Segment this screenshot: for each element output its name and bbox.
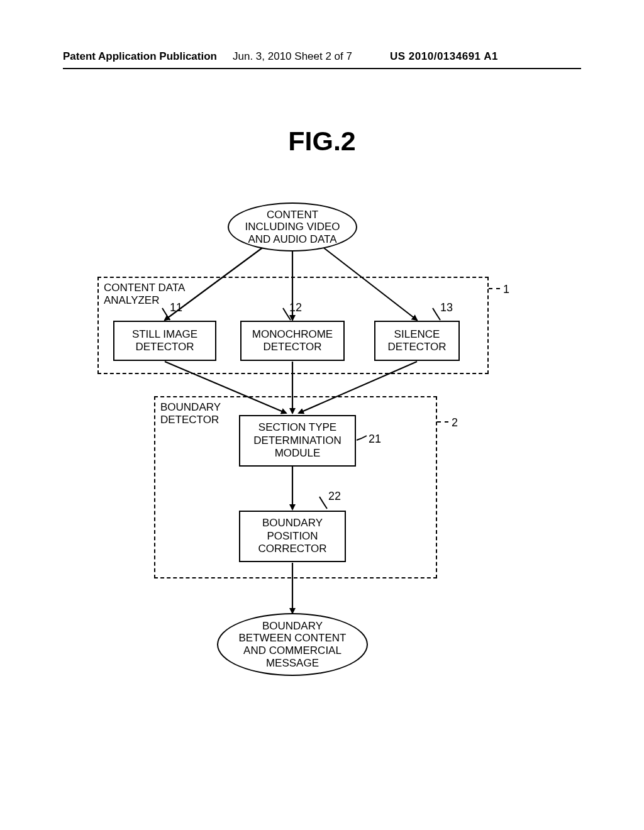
header-right: US 2010/0134691 A1 <box>390 50 498 63</box>
output-boundary-ellipse: BOUNDARY BETWEEN CONTENT AND COMMERCIAL … <box>217 613 368 676</box>
monochrome-detector-box: MONOCHROME DETECTOR <box>240 321 345 361</box>
section-type-module-text: SECTION TYPE DETERMINATION MODULE <box>253 421 341 460</box>
leader-ref-2 <box>437 421 448 423</box>
silence-detector-text: SILENCE DETECTOR <box>387 328 446 354</box>
header-left: Patent Application Publication <box>63 50 217 63</box>
silence-detector-box: SILENCE DETECTOR <box>374 321 460 361</box>
boundary-corrector-box: BOUNDARY POSITION CORRECTOR <box>239 511 346 562</box>
ref-12: 12 <box>289 301 302 314</box>
still-image-detector-text: STILL IMAGE DETECTOR <box>132 328 197 354</box>
ref-1: 1 <box>503 283 509 296</box>
ref-13: 13 <box>440 301 453 314</box>
monochrome-detector-text: MONOCHROME DETECTOR <box>252 328 333 354</box>
input-content-text: CONTENT INCLUDING VIDEO AND AUDIO DATA <box>245 209 340 246</box>
ref-11: 11 <box>170 301 182 314</box>
section-type-module-box: SECTION TYPE DETERMINATION MODULE <box>239 415 356 467</box>
header-rule <box>63 68 581 69</box>
figure-title: FIG.2 <box>0 126 644 157</box>
boundary-corrector-text: BOUNDARY POSITION CORRECTOR <box>258 517 326 555</box>
ref-21: 21 <box>369 433 381 446</box>
ref-2: 2 <box>452 416 458 429</box>
output-boundary-text: BOUNDARY BETWEEN CONTENT AND COMMERCIAL … <box>239 620 347 669</box>
leader-ref-1 <box>489 288 500 289</box>
still-image-detector-box: STILL IMAGE DETECTOR <box>113 321 216 361</box>
boundary-detector-label: BOUNDARY DETECTOR <box>160 401 221 426</box>
header-center: Jun. 3, 2010 Sheet 2 of 7 <box>233 50 352 63</box>
input-content-ellipse: CONTENT INCLUDING VIDEO AND AUDIO DATA <box>228 202 357 252</box>
ref-22: 22 <box>328 490 341 503</box>
